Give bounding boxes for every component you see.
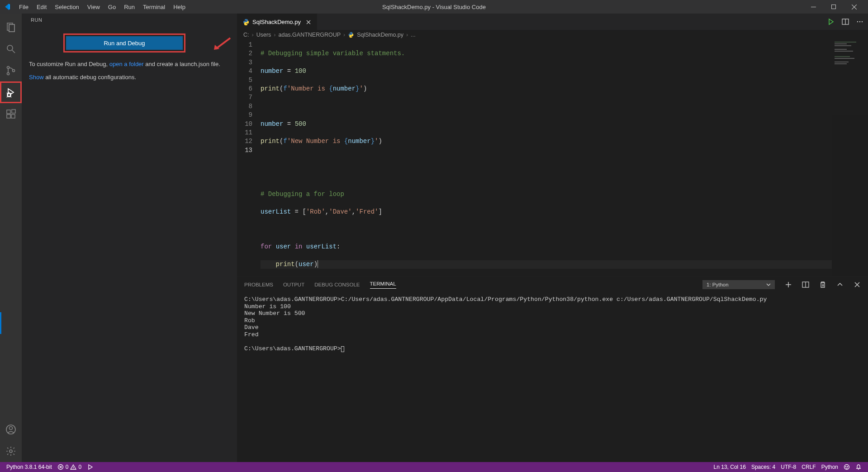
sidebar-help-text-2b: all automatic debug configurations. bbox=[44, 74, 137, 81]
activity-scm-icon[interactable] bbox=[0, 60, 22, 81]
sidebar-help-text-1a: To customize Run and Debug, bbox=[29, 61, 109, 67]
breadcrumb-seg[interactable]: adas.GANTNERGROUP bbox=[279, 32, 341, 38]
svg-point-5 bbox=[7, 45, 13, 51]
editor-tabs: SqlShackDemo.py bbox=[237, 14, 868, 30]
activity-extensions-icon[interactable] bbox=[0, 103, 22, 125]
terminal-line: C:\Users\adas.GANTNERGROUP>C:/Users/adas… bbox=[244, 296, 767, 303]
status-python-interpreter[interactable]: Python 3.8.1 64-bit bbox=[4, 464, 55, 470]
svg-point-20 bbox=[859, 21, 860, 22]
svg-point-24 bbox=[844, 465, 849, 470]
terminal-line: Dave bbox=[244, 324, 259, 331]
status-feedback-icon[interactable] bbox=[841, 464, 853, 470]
status-warning-count: 0 bbox=[78, 464, 81, 470]
status-eol[interactable]: CRLF bbox=[799, 464, 818, 470]
status-bar: Python 3.8.1 64-bit 0 0 Ln 13, Col 16 Sp… bbox=[0, 462, 868, 472]
sidebar-run-panel: RUN Run and Debug To customize Run and D… bbox=[22, 14, 237, 462]
activity-account-icon[interactable] bbox=[0, 419, 22, 440]
menu-go[interactable]: Go bbox=[104, 2, 119, 12]
svg-point-16 bbox=[9, 427, 13, 430]
run-file-icon[interactable] bbox=[827, 18, 835, 25]
editor-tab[interactable]: SqlShackDemo.py bbox=[237, 14, 318, 30]
python-file-icon bbox=[348, 32, 354, 38]
title-bar: File Edit Selection View Go Run Terminal… bbox=[0, 0, 868, 14]
menu-selection[interactable]: Selection bbox=[51, 2, 82, 12]
status-cursor-position[interactable]: Ln 13, Col 16 bbox=[711, 464, 749, 470]
editor-area: SqlShackDemo.py C:› Users› adas.GANTNERG… bbox=[237, 14, 868, 462]
window-title: SqlShackDemo.py - Visual Studio Code bbox=[382, 4, 486, 10]
breadcrumb-seg[interactable]: C: bbox=[243, 32, 249, 38]
svg-rect-14 bbox=[12, 110, 15, 113]
status-bell-icon[interactable] bbox=[853, 464, 864, 470]
python-file-icon bbox=[242, 19, 250, 26]
breadcrumb[interactable]: C:› Users› adas.GANTNERGROUP› SqlShackDe… bbox=[237, 30, 868, 40]
code-content[interactable]: # Debugging simple variable statments. n… bbox=[261, 40, 832, 277]
maximize-button[interactable] bbox=[824, 0, 844, 14]
terminal-line: Fred bbox=[244, 331, 259, 338]
bottom-panel: PROBLEMS OUTPUT DEBUG CONSOLE TERMINAL 1… bbox=[237, 277, 868, 462]
svg-point-19 bbox=[857, 21, 858, 22]
svg-rect-3 bbox=[9, 24, 14, 32]
svg-rect-13 bbox=[11, 114, 15, 118]
menu-file[interactable]: File bbox=[15, 2, 32, 12]
svg-point-17 bbox=[9, 450, 12, 453]
status-language[interactable]: Python bbox=[819, 464, 841, 470]
svg-rect-11 bbox=[7, 110, 10, 114]
sidebar-title: RUN bbox=[22, 14, 237, 30]
svg-rect-12 bbox=[7, 114, 10, 118]
error-icon bbox=[57, 464, 64, 470]
activity-settings-icon[interactable] bbox=[0, 440, 22, 462]
warning-icon bbox=[70, 464, 76, 470]
run-debug-button[interactable]: Run and Debug bbox=[66, 36, 183, 50]
terminal-line: Number is 100 bbox=[244, 303, 291, 310]
code-editor[interactable]: 1 2 3 4 5 6 7 8 9 10 11 12 13 # De bbox=[237, 40, 868, 277]
sidebar-help-text-1: To customize Run and Debug, open a folde… bbox=[22, 58, 230, 71]
activity-active-indicator bbox=[0, 312, 1, 334]
status-run-icon[interactable] bbox=[84, 464, 96, 470]
minimap[interactable] bbox=[832, 40, 868, 277]
svg-point-25 bbox=[845, 466, 846, 467]
svg-point-7 bbox=[7, 73, 9, 75]
vscode-logo-icon bbox=[4, 3, 11, 10]
more-actions-icon[interactable] bbox=[856, 18, 863, 25]
status-spaces[interactable]: Spaces: 4 bbox=[749, 464, 778, 470]
status-error-count: 0 bbox=[66, 464, 69, 470]
svg-rect-0 bbox=[811, 7, 816, 7]
breadcrumb-file[interactable]: SqlShackDemo.py bbox=[357, 32, 403, 38]
open-folder-link[interactable]: open a folder bbox=[109, 61, 144, 67]
sidebar-help-text-2: Show all automatic debug configurations. bbox=[22, 71, 230, 84]
status-encoding[interactable]: UTF-8 bbox=[778, 464, 799, 470]
svg-point-21 bbox=[862, 21, 863, 22]
breadcrumb-seg[interactable]: Users bbox=[256, 32, 271, 38]
status-problems[interactable]: 0 0 bbox=[55, 464, 84, 470]
terminal-prompt: C:\Users\adas.GANTNERGROUP> bbox=[244, 345, 341, 352]
close-window-button[interactable] bbox=[844, 0, 864, 14]
terminal-line: Rob bbox=[244, 317, 255, 324]
show-link[interactable]: Show bbox=[29, 74, 44, 81]
activity-bar bbox=[0, 14, 22, 462]
menu-help[interactable]: Help bbox=[170, 2, 189, 12]
activity-run-debug-icon[interactable] bbox=[0, 81, 22, 103]
svg-point-6 bbox=[7, 67, 9, 69]
svg-point-26 bbox=[847, 466, 848, 467]
menu-view[interactable]: View bbox=[84, 2, 104, 12]
editor-tab-label: SqlShackDemo.py bbox=[252, 19, 301, 25]
sidebar-help-text-1b: and create a launch.json file. bbox=[144, 61, 220, 67]
activity-search-icon[interactable] bbox=[0, 38, 22, 60]
run-debug-button-highlight: Run and Debug bbox=[63, 33, 185, 52]
close-tab-icon[interactable] bbox=[305, 19, 312, 25]
menu-run[interactable]: Run bbox=[120, 2, 138, 12]
line-gutter: 1 2 3 4 5 6 7 8 9 10 11 12 13 bbox=[237, 40, 261, 277]
menu-bar: File Edit Selection View Go Run Terminal… bbox=[15, 2, 189, 12]
split-editor-icon[interactable] bbox=[842, 18, 849, 25]
terminal-line: New Number is 500 bbox=[244, 310, 305, 317]
close-panel-icon[interactable] bbox=[854, 281, 861, 288]
svg-rect-1 bbox=[832, 5, 836, 9]
minimize-button[interactable] bbox=[803, 0, 824, 14]
activity-explorer-icon[interactable] bbox=[0, 16, 22, 38]
terminal-output[interactable]: C:\Users\adas.GANTNERGROUP>C:/Users/adas… bbox=[237, 292, 868, 462]
maximize-panel-icon[interactable] bbox=[836, 281, 844, 288]
terminal-cursor bbox=[341, 346, 344, 352]
breadcrumb-ellipsis[interactable]: ... bbox=[411, 32, 415, 38]
menu-edit[interactable]: Edit bbox=[33, 2, 50, 12]
menu-terminal[interactable]: Terminal bbox=[139, 2, 169, 12]
